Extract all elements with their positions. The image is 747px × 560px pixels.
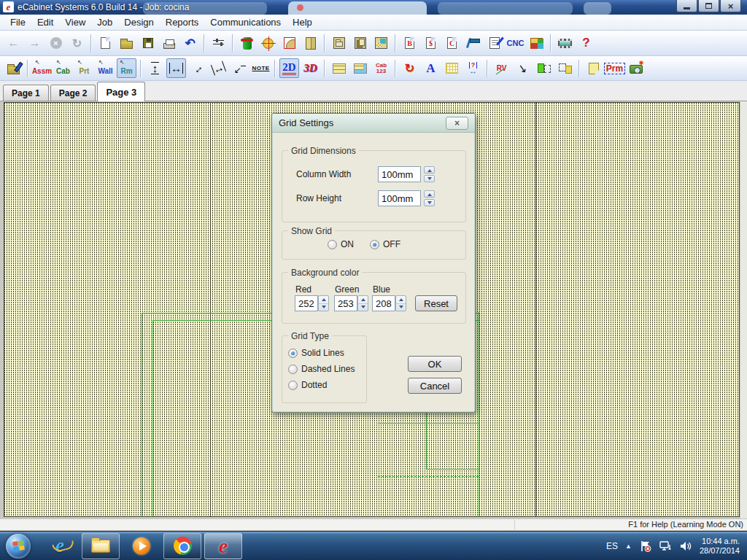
- spin-down-button[interactable]: [358, 304, 368, 311]
- volume-icon[interactable]: [680, 540, 692, 552]
- ok-button[interactable]: OK: [408, 356, 462, 372]
- animation-button[interactable]: [555, 34, 575, 53]
- angular-dimension-button[interactable]: ↔: [209, 58, 228, 78]
- taskbar-ecabinet[interactable]: e: [204, 533, 242, 559]
- undo-button[interactable]: ↶: [180, 34, 200, 53]
- cabinet-library-button[interactable]: [350, 34, 370, 53]
- aligned-dimension-button[interactable]: ↔: [187, 58, 207, 78]
- door-tools-button[interactable]: [301, 34, 320, 53]
- show-hidden-icons-button[interactable]: ▲: [625, 542, 632, 550]
- parameters-button[interactable]: Prm: [605, 58, 624, 78]
- menu-job[interactable]: Job: [91, 15, 118, 29]
- slope-tool-button[interactable]: ↘: [513, 58, 533, 78]
- select-assembly-button[interactable]: ↖Assm: [32, 58, 52, 78]
- cost-report-button[interactable]: $: [421, 34, 441, 53]
- language-indicator[interactable]: ES: [606, 541, 618, 551]
- green-input[interactable]: [334, 295, 357, 311]
- show-grid-off-radio[interactable]: OFF: [370, 239, 400, 249]
- vertical-dimension-button[interactable]: ↕: [145, 58, 165, 78]
- stretch-copy-button[interactable]: [534, 58, 554, 78]
- menu-design[interactable]: Design: [118, 15, 159, 29]
- tab-page-2[interactable]: Page 2: [50, 85, 96, 101]
- menu-help[interactable]: Help: [287, 15, 318, 29]
- spin-down-button[interactable]: [396, 304, 406, 311]
- forward-button[interactable]: →: [25, 34, 44, 53]
- text-tool-button[interactable]: A: [421, 58, 441, 78]
- taskbar-chrome[interactable]: [163, 533, 201, 559]
- stretch-delete-button[interactable]: [555, 58, 575, 78]
- print-button[interactable]: [159, 34, 179, 53]
- blue-input[interactable]: [372, 295, 395, 311]
- cnc-button[interactable]: CNC: [506, 34, 525, 53]
- grid-type-dotted-radio[interactable]: Dotted: [288, 380, 327, 390]
- room-button[interactable]: [371, 34, 391, 53]
- select-cabinet-button[interactable]: ↖Cab: [53, 58, 73, 78]
- menu-communications[interactable]: Communications: [204, 15, 287, 29]
- cancel-button[interactable]: Cancel: [408, 378, 462, 394]
- grid-settings-button[interactable]: [442, 58, 462, 78]
- open-job-button[interactable]: [117, 34, 136, 53]
- dialog-titlebar[interactable]: Grid Settings ×: [272, 114, 475, 133]
- row-height-spinner[interactable]: [424, 190, 435, 206]
- grid-type-dashed-radio[interactable]: Dashed Lines: [288, 364, 355, 374]
- spin-up-button[interactable]: [424, 190, 435, 198]
- red-input[interactable]: [295, 295, 318, 311]
- reset-button[interactable]: Reset: [415, 295, 457, 311]
- taskbar-media-player[interactable]: [123, 533, 160, 559]
- taskbar-internet-explorer[interactable]: e: [41, 533, 79, 559]
- spin-down-button[interactable]: [424, 199, 435, 206]
- network-icon[interactable]: [659, 540, 673, 552]
- note-button[interactable]: NOTE: [251, 58, 271, 78]
- render-snapshot-button[interactable]: [626, 58, 646, 78]
- row-height-input[interactable]: [378, 190, 421, 206]
- cabinet-button[interactable]: [329, 34, 349, 53]
- cabinet-numbering-button[interactable]: Cab123: [371, 58, 391, 78]
- fastener-tools-button[interactable]: [258, 34, 278, 53]
- room-layout-button[interactable]: [527, 34, 546, 53]
- blue-spinner[interactable]: [395, 295, 406, 311]
- clock[interactable]: 10:44 a.m. 28/07/2014: [700, 537, 740, 556]
- menu-file[interactable]: File: [4, 15, 31, 29]
- assembly-tools-button[interactable]: [237, 34, 257, 53]
- select-part-button[interactable]: ↖Prt: [74, 58, 94, 78]
- back-button[interactable]: ←: [4, 34, 23, 53]
- spin-down-button[interactable]: [319, 304, 328, 311]
- molding-tools-button[interactable]: [279, 34, 299, 53]
- schedule-table-alt-button[interactable]: [350, 58, 370, 78]
- rotate-view-button[interactable]: ↻: [400, 58, 419, 78]
- edit-document-button[interactable]: [484, 34, 504, 53]
- select-room-button[interactable]: ↖Rm: [117, 58, 136, 78]
- refresh-button[interactable]: ↻: [67, 34, 87, 53]
- horizontal-dimension-button[interactable]: ↔: [166, 58, 186, 78]
- spin-up-button[interactable]: [358, 296, 368, 304]
- show-grid-on-radio[interactable]: ON: [328, 239, 354, 249]
- batch-report-button[interactable]: B: [400, 34, 419, 53]
- red-spinner[interactable]: [318, 295, 329, 311]
- schedule-table-button[interactable]: [329, 58, 349, 78]
- restore-button[interactable]: [698, 0, 719, 12]
- taskbar-windows-explorer[interactable]: [82, 533, 120, 559]
- spin-up-button[interactable]: [396, 296, 406, 304]
- dimension-query-button[interactable]: ?↔: [463, 58, 483, 78]
- new-job-button[interactable]: [96, 34, 115, 53]
- spin-up-button[interactable]: [424, 166, 435, 174]
- tab-page-3[interactable]: Page 3: [97, 82, 145, 101]
- view-2d-button[interactable]: 2D: [279, 58, 299, 78]
- column-width-spinner[interactable]: [424, 166, 435, 182]
- spin-down-button[interactable]: [424, 175, 435, 182]
- column-width-input[interactable]: [378, 166, 421, 182]
- view-3d-button[interactable]: 3D: [301, 58, 320, 78]
- menu-view[interactable]: View: [59, 15, 91, 29]
- dialog-close-button[interactable]: ×: [446, 117, 468, 130]
- tab-page-1[interactable]: Page 1: [3, 85, 49, 101]
- stop-button[interactable]: ×: [46, 34, 66, 53]
- new-page-button[interactable]: [584, 58, 603, 78]
- menu-edit[interactable]: Edit: [31, 15, 59, 29]
- start-button[interactable]: [6, 534, 31, 559]
- save-button[interactable]: [138, 34, 158, 53]
- select-wall-button[interactable]: ↖Wall: [96, 58, 115, 78]
- help-button[interactable]: ?: [576, 34, 596, 53]
- reverse-view-button[interactable]: RV: [492, 58, 511, 78]
- open-edit-button[interactable]: [4, 58, 23, 78]
- spin-up-button[interactable]: [319, 296, 328, 304]
